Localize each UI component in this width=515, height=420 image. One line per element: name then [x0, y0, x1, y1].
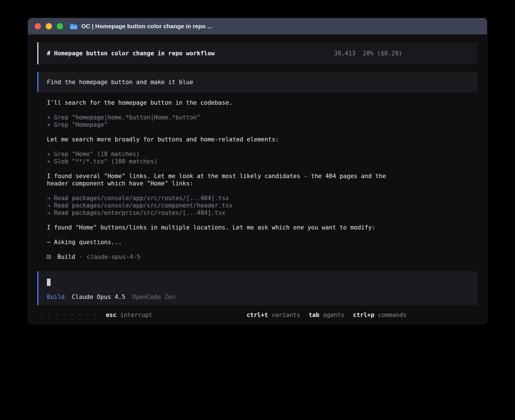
user-message-text: Find the homepage button and make it blu…	[47, 79, 193, 86]
agent-mode-label[interactable]: Build	[47, 293, 65, 301]
tool-call-group: → Read packages/console/app/src/routes/[…	[47, 194, 478, 216]
tool-call-glob: ∗ Glob "**/*.tsx" (100 matches)	[47, 158, 478, 165]
tool-call-grep: ∗ Grep "homepage|home.*button|Home.*butt…	[47, 114, 478, 121]
variants-label: variants	[272, 311, 300, 319]
agent-status-line: Build · claude-opus-4-5	[47, 253, 478, 261]
assistant-text: Let me search more broadly for buttons a…	[47, 136, 398, 143]
token-count: 39,413	[334, 50, 355, 57]
close-button[interactable]	[35, 23, 41, 29]
shortcut-agents[interactable]: tab agents	[309, 311, 344, 319]
desktop-background: OC | Homepage button color change in rep…	[0, 0, 515, 420]
input-model-label[interactable]: Claude Opus 4.5	[72, 293, 125, 301]
tool-call-read: → Read packages/enterprise/src/routes/[.…	[47, 209, 478, 216]
tab-key[interactable]: tab	[309, 311, 319, 319]
shortcut-interrupt[interactable]: esc interrupt	[106, 311, 152, 319]
text-cursor	[47, 279, 51, 286]
esc-label: interrupt	[120, 311, 152, 319]
traffic-lights	[35, 23, 63, 29]
session-stats: 39,413 20% ($0.29)	[334, 50, 402, 57]
assistant-response: I'll search for the homepage button in t…	[37, 99, 478, 261]
shortcut-commands[interactable]: ctrl+p commands	[353, 311, 407, 319]
status-bar: · · · · · · · · esc interrupt ctrl+t var…	[37, 311, 407, 319]
tool-call-read: → Read packages/console/app/src/componen…	[47, 202, 478, 209]
window-title-group: OC | Homepage button color change in rep…	[70, 23, 212, 30]
commands-label: commands	[378, 311, 407, 319]
terminal-content: # Homepage button color change in repo w…	[28, 34, 487, 319]
assistant-text: I found "Home" buttons/links in multiple…	[47, 224, 398, 231]
input-provider-label: OpenCode Zen	[132, 293, 175, 301]
input-status-row: Build Claude Opus 4.5 OpenCode Zen	[47, 293, 469, 301]
user-message: Find the homepage button and make it blu…	[37, 72, 478, 92]
model-name: claude-opus-4-5	[87, 253, 140, 261]
session-title: # Homepage button color change in repo w…	[47, 50, 215, 57]
spinner-dots: · · · · · · · ·	[40, 311, 97, 319]
esc-key[interactable]: esc	[106, 311, 117, 319]
agents-label: agents	[323, 311, 344, 319]
separator-dot: ·	[79, 253, 83, 261]
tool-call-grep: ∗ Grep "Home" (18 matches)	[47, 150, 478, 158]
status-bar-right: ctrl+t variants tab agents ctrl+p comman…	[246, 311, 407, 319]
status-bar-left: · · · · · · · · esc interrupt	[37, 311, 152, 319]
assistant-text: I'll search for the homepage button in t…	[47, 99, 398, 106]
context-cost: 20% ($0.29)	[363, 50, 402, 57]
tool-call-read: → Read packages/console/app/src/routes/[…	[47, 194, 478, 202]
ctrl-p-key[interactable]: ctrl+p	[353, 311, 374, 319]
assistant-working-status: ~ Asking questions...	[47, 239, 398, 246]
terminal-window: OC | Homepage button color change in rep…	[28, 18, 487, 324]
tool-call-group: ∗ Grep "Home" (18 matches) ∗ Glob "**/*.…	[47, 150, 478, 165]
zoom-button[interactable]	[57, 23, 63, 29]
folder-icon	[70, 23, 78, 30]
ctrl-t-key[interactable]: ctrl+t	[246, 311, 268, 319]
agent-status-icon	[47, 255, 51, 259]
prompt-input[interactable]: Build Claude Opus 4.5 OpenCode Zen	[37, 271, 478, 305]
window-title: OC | Homepage button color change in rep…	[81, 23, 212, 30]
session-header: # Homepage button color change in repo w…	[37, 42, 478, 64]
window-titlebar[interactable]: OC | Homepage button color change in rep…	[28, 18, 487, 34]
tool-call-group: ∗ Grep "homepage|home.*button|Home.*butt…	[47, 114, 478, 128]
minimize-button[interactable]	[46, 23, 52, 29]
agent-name: Build	[57, 253, 75, 261]
tool-call-grep: ∗ Grep "Homepage"	[47, 121, 478, 128]
shortcut-variants[interactable]: ctrl+t variants	[246, 311, 300, 319]
assistant-text: I found several "Home" links. Let me loo…	[47, 172, 398, 187]
